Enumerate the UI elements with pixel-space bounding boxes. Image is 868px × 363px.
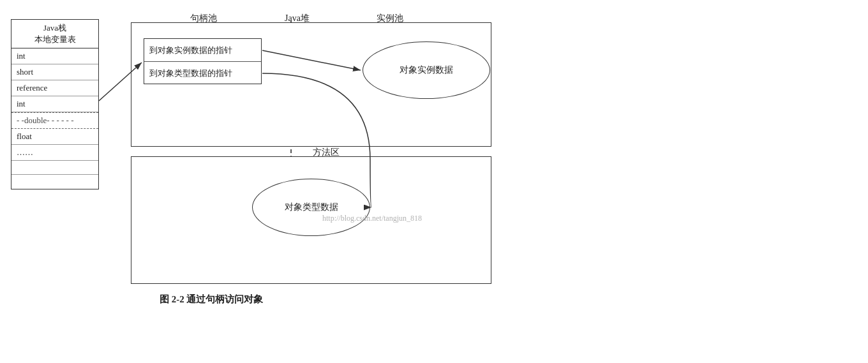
method-area-label: 方法区 xyxy=(313,147,340,158)
type-ellipse-text: 对象类型数据 xyxy=(285,202,338,213)
stack-row-int1: int xyxy=(11,48,98,64)
java-stack: Java栈 本地变量表 int short reference int - -d… xyxy=(11,19,99,189)
java-stack-title: Java栈 本地变量表 xyxy=(11,20,98,48)
diagram-container: Java栈 本地变量表 int short reference int - -d… xyxy=(0,0,868,363)
type-ellipse: 对象类型数据 xyxy=(252,179,370,236)
handle-inner-box: 到对象实例数据的指针 到对象类型数据的指针 xyxy=(144,38,262,84)
stack-row-empty1 xyxy=(11,161,98,175)
stack-row-short: short xyxy=(11,64,98,80)
figure-caption: 图 2-2 通过句柄访问对象 xyxy=(160,293,264,306)
instance-ellipse-text: 对象实例数据 xyxy=(400,64,453,76)
instance-ellipse: 对象实例数据 xyxy=(363,41,490,99)
type-ellipse-wrapper: 对象类型数据 xyxy=(252,179,370,236)
stack-row-dots: …… xyxy=(11,145,98,161)
stack-row-float: float xyxy=(11,129,98,145)
instance-ellipse-wrapper: 对象实例数据 xyxy=(363,41,490,99)
handle-pool-label: 句柄池 xyxy=(190,13,217,24)
stack-row-reference: reference xyxy=(11,80,98,96)
stack-row-double: - -double- - - - - - xyxy=(11,112,98,129)
stack-row-int2: int xyxy=(11,96,98,112)
instance-pool-label: 实例池 xyxy=(377,13,403,24)
stack-row-empty2 xyxy=(11,175,98,189)
handle-row-instance: 到对象实例数据的指针 xyxy=(144,39,261,62)
handle-row-type: 到对象类型数据的指针 xyxy=(144,62,261,85)
